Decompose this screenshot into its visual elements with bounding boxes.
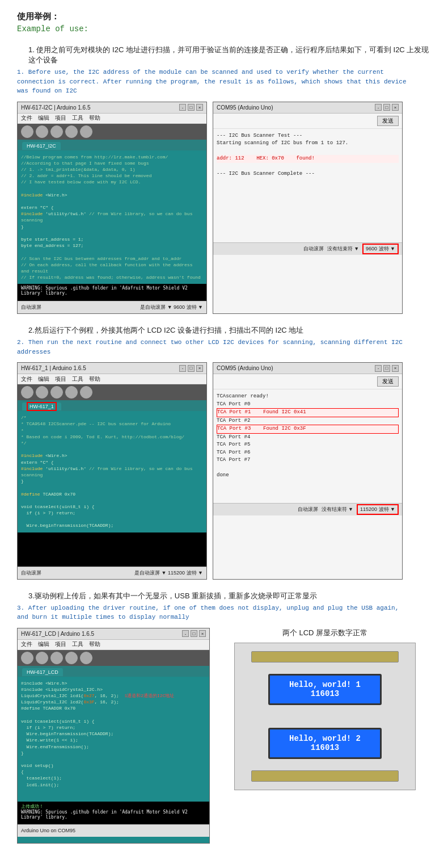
lcd-screen-2: Hello, world! 2 116013	[268, 728, 382, 759]
step2-zh: 2.然后运行下个例程，外接其他两个 LCD I2C 设备进行扫描，扫描出不同的 …	[17, 325, 431, 336]
win-menubar-2: 文件 编辑 项目 工具 帮助	[18, 374, 206, 384]
baud-select-2[interactable]: 115200 波特 ▼	[357, 504, 399, 515]
save-btn[interactable]	[80, 125, 92, 138]
new-btn-2[interactable]	[50, 386, 63, 399]
win-minimize-2[interactable]: -	[179, 365, 186, 372]
lcd-photo-box: Hello, world! 1 116013 Hello, world! 2 1…	[234, 643, 416, 790]
win-controls-2[interactable]: - □ ×	[179, 365, 203, 372]
serial-bottom-1: 自动滚屏 没有结束符 ▼ 9600 波特 ▼	[213, 242, 402, 255]
serial-close-1[interactable]: ×	[392, 104, 399, 111]
arduino-code-3: #include <Wire.h> #include <LiquidCrysta…	[18, 677, 209, 802]
baud-select-1[interactable]: 9600 波特 ▼	[362, 244, 399, 254]
screenshot-row-1: HW-617-I2C | Arduino 1.6.5 - □ × 文件 编辑 项…	[17, 102, 431, 315]
new-btn[interactable]	[50, 125, 63, 138]
breadboard-top	[251, 651, 399, 662]
arduino-window-3: HW-617_LCD | Arduino 1.6.5 - □ × 文件 编辑 项…	[17, 628, 210, 844]
serial-titlebar-2: COM95 (Arduino Uno) - □ ×	[213, 363, 402, 374]
arduino-window-2: HW-617_1 | Arduino 1.6.5 - □ × 文件 编辑 项目 …	[17, 362, 207, 579]
bottom-right: 两个 LCD 屏显示数字正常 Hello, world! 1 116013 He…	[219, 628, 431, 844]
verify-btn[interactable]	[21, 125, 33, 138]
arduino-bottom-3: Arduino Uno on COM95	[18, 824, 209, 837]
step3-zh: 3.驱动例程上传后，如果有其中一个无显示，USB 重新拔插，重新多次烧录即可正常…	[17, 591, 431, 601]
serial-close-2[interactable]: ×	[392, 365, 399, 372]
serial-window-2: COM95 (Arduino Uno) - □ × 发送 TCAscanner …	[213, 362, 403, 579]
arduino-tab-2[interactable]: HW-617_1	[22, 402, 61, 410]
upload-btn-2[interactable]	[36, 386, 48, 399]
arduino-toolbar-3	[18, 650, 209, 666]
serial-top-2: 发送	[213, 374, 402, 389]
step2-en: 2. Then run the next routine and connect…	[17, 338, 431, 357]
arduino-status-3: 上传成功！ WARNING: Spurious .github folder i…	[18, 802, 209, 824]
bottom-section: HW-617_LCD | Arduino 1.6.5 - □ × 文件 编辑 项…	[17, 628, 431, 844]
open-btn[interactable]	[65, 125, 78, 138]
serial-content-1: --- I2C Bus Scanner Test --- Starting sc…	[213, 129, 402, 242]
send-button-1[interactable]: 发送	[377, 116, 399, 126]
step3-en: 3. After uploading the driver routine, i…	[17, 603, 431, 622]
win-titlebar-2: HW-617_1 | Arduino 1.6.5 - □ ×	[18, 363, 206, 374]
win-controls-3[interactable]: - □ ×	[182, 630, 206, 637]
save-btn-2[interactable]	[80, 386, 92, 399]
win-controls-1[interactable]: - □ ×	[179, 104, 203, 111]
arduino-bottom-1: 自动滚屏 是自动滚屏 ▼ 9600 波特 ▼	[18, 301, 206, 313]
serial-controls-1[interactable]: - □ ×	[375, 104, 399, 111]
win-close-3[interactable]: ×	[199, 630, 206, 637]
usage-section: 使用举例： Example of use:	[17, 11, 431, 33]
section-title-zh: 使用举例：	[17, 11, 431, 22]
win-menubar-1: 文件 编辑 项目 工具 帮助	[18, 114, 206, 124]
send-button-2[interactable]: 发送	[377, 376, 399, 387]
win-menubar-3: 文件 编辑 项目 工具 帮助	[18, 640, 209, 650]
arduino-tab-3[interactable]: HW-617_LCD	[22, 668, 63, 676]
lcd-line2-2: 116013	[311, 743, 339, 752]
lcd-line2-1: 116013	[311, 689, 339, 698]
upload-btn-3[interactable]	[36, 652, 48, 664]
serial-minimize-2[interactable]: -	[375, 365, 382, 372]
win-close-2[interactable]: ×	[196, 365, 203, 372]
win-maximize-1[interactable]: □	[188, 104, 195, 111]
serial-maximize-1[interactable]: □	[383, 104, 390, 111]
upload-btn[interactable]	[36, 125, 48, 138]
serial-maximize-2[interactable]: □	[383, 365, 390, 372]
step3-section: 3.驱动例程上传后，如果有其中一个无显示，USB 重新拔插，重新多次烧录即可正常…	[17, 591, 431, 844]
arduino-window-1: HW-617-I2C | Arduino 1.6.5 - □ × 文件 编辑 项…	[17, 102, 207, 315]
serial-bottom-2: 自动滚屏 没有结束符 ▼ 115200 波特 ▼	[213, 503, 402, 515]
win-close-1[interactable]: ×	[196, 104, 203, 111]
win-titlebar-3: HW-617_LCD | Arduino 1.6.5 - □ ×	[18, 628, 209, 640]
serial-content-2: TCAscanner ready! TCA Port #0 TCA Port #…	[213, 389, 402, 503]
step2-section: 2.然后运行下个例程，外接其他两个 LCD I2C 设备进行扫描，扫描出不同的 …	[17, 325, 431, 579]
step1-zh: 1. 使用之前可先对模块的 I2C 地址进行扫描，并可用于验证当前的连接是否正确…	[17, 45, 431, 65]
serial-top-1: 发送	[213, 114, 402, 129]
arduino-code-2: /* * TCA9548 I2CScanner.pde -- I2C bus s…	[18, 411, 206, 532]
lcd-screen-1: Hello, world! 1 116013	[268, 674, 382, 705]
win-minimize-1[interactable]: -	[179, 104, 186, 111]
lcd-caption: 两个 LCD 屏显示数字正常	[282, 628, 367, 638]
step1-en: 1. Before use, the I2C address of the mo…	[17, 68, 431, 96]
arduino-code-1: //Below program comes from http://lrz.ma…	[18, 150, 206, 284]
lcd-line1-2: Hello, world! 2	[289, 734, 361, 743]
serial-titlebar-1: COM95 (Arduino Uno) - □ ×	[213, 102, 402, 114]
arduino-tab-1[interactable]: HW-617_I2C	[22, 142, 61, 150]
win-minimize-3[interactable]: -	[182, 630, 189, 637]
serial-window-1: COM95 (Arduino Uno) - □ × 发送 --- I2C Bus…	[213, 102, 403, 315]
arduino-toolbar-2	[18, 384, 206, 400]
open-btn-2[interactable]	[65, 386, 78, 399]
new-btn-3[interactable]	[50, 652, 63, 664]
open-btn-3[interactable]	[65, 652, 78, 664]
win-maximize-3[interactable]: □	[191, 630, 197, 637]
arduino-toolbar-1	[18, 124, 206, 140]
serial-minimize-1[interactable]: -	[375, 104, 382, 111]
bottom-left: HW-617_LCD | Arduino 1.6.5 - □ × 文件 编辑 项…	[17, 628, 210, 844]
verify-btn-2[interactable]	[21, 386, 33, 399]
lcd-line1-1: Hello, world! 1	[289, 680, 361, 689]
arduino-bottom-2: 自动滚屏 是自动滚屏 ▼ 115200 波特 ▼	[18, 567, 206, 579]
serial-controls-2[interactable]: - □ ×	[375, 365, 399, 372]
win-maximize-2[interactable]: □	[188, 365, 195, 372]
save-btn-3[interactable]	[80, 652, 92, 664]
arduino-status-2	[18, 532, 206, 567]
section-title-en: Example of use:	[17, 24, 431, 33]
win-titlebar-1: HW-617-I2C | Arduino 1.6.5 - □ ×	[18, 102, 206, 114]
verify-btn-3[interactable]	[21, 652, 33, 664]
step1-section: 1. 使用之前可先对模块的 I2C 地址进行扫描，并可用于验证当前的连接是否正确…	[17, 45, 431, 314]
arduino-status-1: WARNING: Spurious .github folder in 'Ada…	[18, 284, 206, 301]
breadboard-bottom	[251, 770, 399, 782]
screenshot-row-2: HW-617_1 | Arduino 1.6.5 - □ × 文件 编辑 项目 …	[17, 362, 431, 579]
